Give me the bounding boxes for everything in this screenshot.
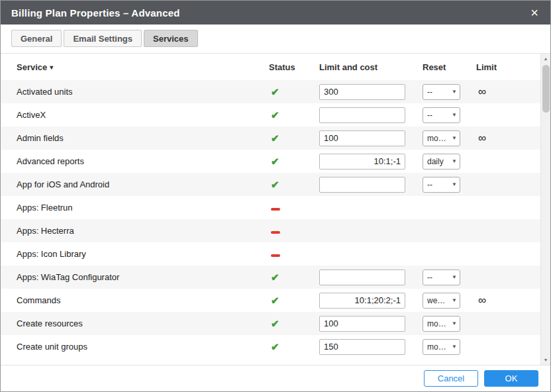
reset-select[interactable]: we…▼ xyxy=(423,293,460,309)
status-cell: ✔ xyxy=(269,109,319,121)
status-enabled-check-icon: ✔ xyxy=(271,295,279,306)
table-header: Service ▾ Status Limit and cost Reset Li… xyxy=(1,54,550,80)
chevron-down-icon: ▼ xyxy=(452,181,457,187)
reset-cell: mo…▼ xyxy=(423,130,476,146)
scroll-up-icon[interactable]: ▲ xyxy=(541,54,551,64)
limit-value: ∞ xyxy=(476,85,537,99)
service-name: Activated units xyxy=(17,87,269,97)
chevron-down-icon: ▼ xyxy=(452,297,457,303)
reset-cell: --▼ xyxy=(423,177,476,193)
limit-value: ∞ xyxy=(476,132,537,145)
reset-select[interactable]: --▼ xyxy=(423,270,460,285)
reset-select-value: -- xyxy=(427,180,452,189)
column-header-status: Status xyxy=(269,62,319,72)
table-row: Commands✔we…▼∞ xyxy=(1,289,550,312)
dialog-titlebar: Billing Plan Properties – Advanced × xyxy=(1,1,550,24)
chevron-down-icon: ▼ xyxy=(452,274,457,280)
status-enabled-check-icon: ✔ xyxy=(271,156,279,167)
tab-services[interactable]: Services xyxy=(144,30,198,47)
column-header-service-label: Service xyxy=(17,62,47,72)
status-cell: ✔ xyxy=(269,318,319,330)
reset-select-value: daily xyxy=(427,157,452,166)
column-header-service[interactable]: Service ▾ xyxy=(17,62,269,72)
status-disabled-dash-icon xyxy=(271,254,280,257)
status-enabled-check-icon: ✔ xyxy=(271,132,279,144)
status-cell xyxy=(269,203,319,213)
limit-cost-input[interactable] xyxy=(319,316,405,332)
status-enabled-check-icon: ✔ xyxy=(271,271,279,283)
service-name: Apps: Icon Library xyxy=(17,249,269,259)
scrollbar[interactable]: ▲ ▼ xyxy=(540,54,550,365)
reset-select-value: we… xyxy=(427,296,452,305)
reset-select-value: mo… xyxy=(427,342,452,352)
limit-cost-cell xyxy=(319,130,423,146)
reset-cell: daily▼ xyxy=(423,154,476,170)
reset-select[interactable]: --▼ xyxy=(423,107,460,123)
limit-cost-input[interactable] xyxy=(319,154,405,170)
chevron-down-icon: ▼ xyxy=(452,89,457,95)
limit-cost-input[interactable] xyxy=(319,339,405,355)
reset-select-value: mo… xyxy=(427,134,452,143)
chevron-down-icon: ▼ xyxy=(452,135,457,141)
reset-select[interactable]: --▼ xyxy=(423,177,460,193)
service-name: Advanced reports xyxy=(17,156,269,166)
cancel-button[interactable]: Cancel xyxy=(424,370,478,387)
service-name: App for iOS and Android xyxy=(17,179,269,189)
status-cell: ✔ xyxy=(269,295,319,307)
reset-select[interactable]: mo…▼ xyxy=(423,316,460,332)
table-row: Create resources✔mo…▼ xyxy=(1,312,550,335)
reset-select[interactable]: --▼ xyxy=(423,84,460,100)
limit-cost-cell xyxy=(319,339,423,355)
column-header-limit: Limit xyxy=(476,62,537,72)
table-row: Apps: Hecterra xyxy=(1,219,550,242)
scroll-down-icon[interactable]: ▼ xyxy=(541,355,551,365)
limit-cost-input[interactable] xyxy=(319,270,405,285)
table-row: Apps: Icon Library xyxy=(1,242,550,266)
sort-descending-icon: ▾ xyxy=(50,64,53,71)
status-cell: ✔ xyxy=(269,86,319,98)
status-cell: ✔ xyxy=(269,341,319,353)
status-cell: ✔ xyxy=(269,156,319,168)
status-enabled-check-icon: ✔ xyxy=(271,86,279,97)
limit-cost-cell xyxy=(319,293,423,309)
close-icon[interactable]: × xyxy=(529,6,540,19)
tab-general[interactable]: General xyxy=(11,30,62,47)
billing-plan-dialog: Billing Plan Properties – Advanced × Gen… xyxy=(0,0,551,392)
chevron-down-icon: ▼ xyxy=(452,344,457,350)
status-cell xyxy=(269,249,319,259)
scrollbar-thumb[interactable] xyxy=(542,65,550,113)
status-cell: ✔ xyxy=(269,179,319,191)
limit-cost-input[interactable] xyxy=(319,293,405,309)
reset-select[interactable]: daily▼ xyxy=(423,154,460,170)
ok-button[interactable]: OK xyxy=(484,370,538,387)
limit-cost-cell xyxy=(319,107,423,123)
service-name: Commands xyxy=(17,295,269,305)
reset-select[interactable]: mo…▼ xyxy=(423,339,460,355)
limit-cost-cell xyxy=(319,270,423,285)
reset-cell: --▼ xyxy=(423,84,476,100)
limit-cost-input[interactable] xyxy=(319,177,405,193)
limit-cost-cell xyxy=(319,177,423,193)
limit-cost-cell xyxy=(319,316,423,332)
table-row: Apps: Fleetrun xyxy=(1,196,550,219)
limit-cost-input[interactable] xyxy=(319,107,405,123)
tab-email-settings[interactable]: Email Settings xyxy=(64,30,142,47)
status-enabled-check-icon: ✔ xyxy=(271,109,279,121)
status-disabled-dash-icon xyxy=(271,231,280,234)
table-row: Admin fields✔mo…▼∞ xyxy=(1,126,550,150)
table-row: Activated units✔--▼∞ xyxy=(1,80,550,103)
reset-cell: mo…▼ xyxy=(423,316,476,332)
reset-select[interactable]: mo…▼ xyxy=(423,130,460,146)
table-row: Apps: WiaTag Configurator✔--▼ xyxy=(1,266,550,289)
status-enabled-check-icon: ✔ xyxy=(271,341,279,352)
service-name: Apps: Fleetrun xyxy=(17,203,269,213)
limit-cost-input[interactable] xyxy=(319,130,405,146)
status-enabled-check-icon: ✔ xyxy=(271,179,279,190)
service-name: Apps: Hecterra xyxy=(17,226,269,236)
reset-cell: --▼ xyxy=(423,270,476,285)
reset-select-value: -- xyxy=(427,87,452,97)
limit-cost-input[interactable] xyxy=(319,84,405,100)
service-name: Create unit groups xyxy=(17,342,269,352)
reset-cell: mo…▼ xyxy=(423,339,476,355)
reset-cell: --▼ xyxy=(423,107,476,123)
